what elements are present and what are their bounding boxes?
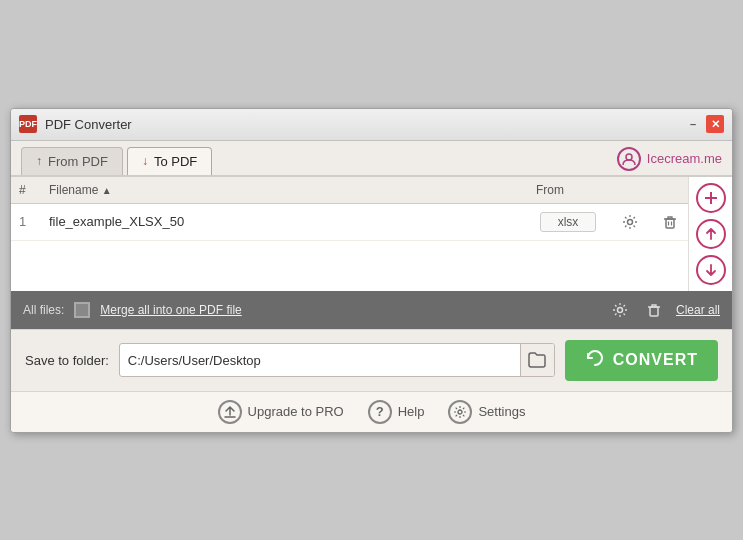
svg-point-1 <box>628 219 633 224</box>
user-svg <box>622 152 636 166</box>
plus-icon <box>703 190 719 206</box>
tabs-left: ↑ From PDF ↓ To PDF <box>21 147 212 175</box>
row-settings <box>608 204 648 240</box>
refresh-icon <box>585 348 605 368</box>
svg-point-10 <box>458 410 462 414</box>
convert-icon <box>585 348 605 373</box>
table-body: 1 file_example_XLSX_50 xlsx <box>11 204 688 291</box>
svg-point-0 <box>626 154 632 160</box>
footer-settings-button[interactable] <box>608 298 632 322</box>
from-pdf-icon: ↑ <box>36 154 42 168</box>
to-pdf-icon: ↓ <box>142 154 148 168</box>
settings-gear-icon <box>453 405 467 419</box>
footer-trash-icon <box>646 302 662 318</box>
row-delete-button[interactable] <box>656 208 684 236</box>
settings-label: Settings <box>478 404 525 419</box>
svg-point-7 <box>617 307 622 312</box>
convert-label: CONVERT <box>613 351 698 369</box>
move-down-button[interactable] <box>696 255 726 285</box>
help-icon: ? <box>368 400 392 424</box>
upgrade-label: Upgrade to PRO <box>248 404 344 419</box>
clear-all-button[interactable]: Clear all <box>676 303 720 317</box>
add-file-button[interactable] <box>696 183 726 213</box>
user-area[interactable]: Icecream.me <box>617 147 722 171</box>
all-files-label: All files: <box>23 303 64 317</box>
tabs-bar: ↑ From PDF ↓ To PDF Icecream.me <box>11 141 732 176</box>
settings-btn-icon <box>448 400 472 424</box>
row-num: 1 <box>11 210 41 233</box>
svg-rect-2 <box>666 219 674 228</box>
main-window: PDF PDF Converter – ✕ ↑ From PDF ↓ To PD… <box>10 108 733 433</box>
row-delete <box>648 204 688 240</box>
title-bar: PDF PDF Converter – ✕ <box>11 109 732 141</box>
trash-icon <box>662 214 678 230</box>
row-from: xlsx <box>528 208 608 236</box>
col-header-from: From <box>528 181 608 199</box>
settings-button[interactable]: Settings <box>448 400 525 424</box>
arrow-up-icon <box>704 227 718 241</box>
row-filename: file_example_XLSX_50 <box>41 210 528 233</box>
file-table-wrapper: # Filename ▲ From 1 file_example_XLSX_50 <box>11 177 732 291</box>
tab-to-pdf[interactable]: ↓ To PDF <box>127 147 212 175</box>
tab-from-pdf[interactable]: ↑ From PDF <box>21 147 123 175</box>
tab-to-pdf-label: To PDF <box>154 154 197 169</box>
svg-rect-8 <box>650 307 658 316</box>
window-title: PDF Converter <box>45 117 132 132</box>
minimize-button[interactable]: – <box>684 115 702 133</box>
browse-folder-button[interactable] <box>520 344 554 376</box>
folder-icon <box>528 352 546 368</box>
title-bar-controls: – ✕ <box>684 115 724 133</box>
table-row: 1 file_example_XLSX_50 xlsx <box>11 204 688 241</box>
arrow-down-icon <box>704 263 718 277</box>
upgrade-button[interactable]: Upgrade to PRO <box>218 400 344 424</box>
footer-right: Clear all <box>608 298 720 322</box>
tab-from-pdf-label: From PDF <box>48 154 108 169</box>
folder-input-wrap <box>119 343 555 377</box>
footer-bar: All files: Merge all into one PDF file C… <box>11 291 732 329</box>
footer-settings-icon <box>612 302 628 318</box>
save-to-folder-label: Save to folder: <box>25 353 109 368</box>
user-icon <box>617 147 641 171</box>
file-table-area: # Filename ▲ From 1 file_example_XLSX_50 <box>11 176 732 291</box>
upgrade-svg <box>223 405 237 419</box>
help-label: Help <box>398 404 425 419</box>
app-icon: PDF <box>19 115 37 133</box>
row-settings-button[interactable] <box>616 208 644 236</box>
file-table-main: # Filename ▲ From 1 file_example_XLSX_50 <box>11 177 688 291</box>
merge-label[interactable]: Merge all into one PDF file <box>100 303 241 317</box>
convert-button[interactable]: CONVERT <box>565 340 718 381</box>
table-header: # Filename ▲ From <box>11 177 688 204</box>
move-up-button[interactable] <box>696 219 726 249</box>
col-header-num: # <box>11 181 41 199</box>
side-controls <box>688 177 732 291</box>
help-question-mark: ? <box>376 404 384 419</box>
col-header-action2 <box>648 188 688 192</box>
upgrade-icon <box>218 400 242 424</box>
title-bar-left: PDF PDF Converter <box>19 115 132 133</box>
col-header-action1 <box>608 188 648 192</box>
footer-trash-button[interactable] <box>642 298 666 322</box>
action-bar: Save to folder: CONVERT <box>11 329 732 391</box>
help-button[interactable]: ? Help <box>368 400 425 424</box>
folder-path-input[interactable] <box>120 347 520 374</box>
settings-icon <box>622 214 638 230</box>
close-button[interactable]: ✕ <box>706 115 724 133</box>
bottom-bar: Upgrade to PRO ? Help Settings <box>11 391 732 432</box>
user-label: Icecream.me <box>647 151 722 166</box>
sort-arrow-icon: ▲ <box>102 185 112 196</box>
merge-checkbox[interactable] <box>74 302 90 318</box>
col-header-filename: Filename ▲ <box>41 181 528 199</box>
from-badge: xlsx <box>540 212 596 232</box>
